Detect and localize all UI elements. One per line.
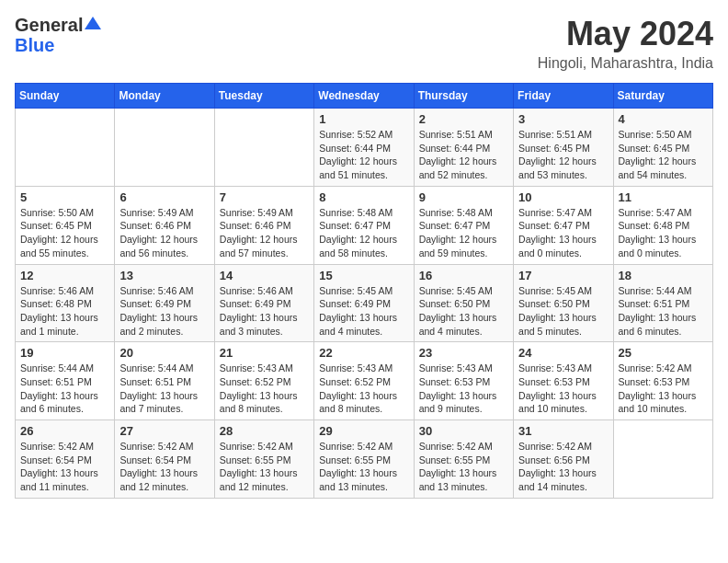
day-number: 7: [220, 190, 309, 204]
cell-content: Sunrise: 5:51 AMSunset: 6:45 PMDaylight:…: [518, 128, 608, 182]
cell-content: Sunrise: 5:43 AMSunset: 6:52 PMDaylight:…: [319, 362, 408, 416]
location-text: Hingoli, Maharashtra, India: [538, 55, 713, 72]
calendar-table: SundayMondayTuesdayWednesdayThursdayFrid…: [15, 83, 713, 499]
calendar-cell: 6Sunrise: 5:49 AMSunset: 6:46 PMDaylight…: [115, 186, 214, 264]
day-number: 30: [419, 424, 508, 438]
cell-content: Sunrise: 5:49 AMSunset: 6:46 PMDaylight:…: [119, 206, 209, 260]
day-number: 13: [119, 269, 209, 282]
cell-content: Sunrise: 5:42 AMSunset: 6:56 PMDaylight:…: [518, 440, 608, 494]
day-number: 20: [119, 346, 209, 360]
calendar-week-1: 1Sunrise: 5:52 AMSunset: 6:44 PMDaylight…: [16, 109, 713, 187]
day-number: 26: [20, 424, 109, 438]
calendar-cell: 16Sunrise: 5:45 AMSunset: 6:50 PMDayligh…: [414, 264, 513, 342]
calendar-cell: 25Sunrise: 5:42 AMSunset: 6:53 PMDayligh…: [613, 342, 712, 420]
calendar-cell: [214, 109, 313, 187]
calendar-cell: 23Sunrise: 5:43 AMSunset: 6:53 PMDayligh…: [414, 342, 513, 420]
cell-content: Sunrise: 5:42 AMSunset: 6:53 PMDaylight:…: [619, 362, 708, 416]
calendar-week-4: 19Sunrise: 5:44 AMSunset: 6:51 PMDayligh…: [16, 342, 713, 420]
cell-content: Sunrise: 5:42 AMSunset: 6:54 PMDaylight:…: [119, 440, 209, 494]
cell-content: Sunrise: 5:44 AMSunset: 6:51 PMDaylight:…: [619, 284, 708, 339]
day-number: 19: [20, 346, 109, 360]
cell-content: Sunrise: 5:44 AMSunset: 6:51 PMDaylight:…: [20, 362, 109, 416]
cell-content: Sunrise: 5:50 AMSunset: 6:45 PMDaylight:…: [20, 206, 109, 260]
calendar-cell: 2Sunrise: 5:51 AMSunset: 6:44 PMDaylight…: [414, 109, 513, 187]
calendar-cell: 1Sunrise: 5:52 AMSunset: 6:44 PMDaylight…: [314, 109, 414, 187]
day-number: 24: [518, 346, 608, 360]
calendar-cell: 24Sunrise: 5:43 AMSunset: 6:53 PMDayligh…: [514, 342, 613, 420]
day-number: 17: [518, 269, 608, 282]
cell-content: Sunrise: 5:43 AMSunset: 6:52 PMDaylight:…: [220, 362, 309, 416]
day-number: 10: [518, 190, 608, 204]
cell-content: Sunrise: 5:43 AMSunset: 6:53 PMDaylight:…: [419, 362, 508, 416]
day-number: 21: [220, 346, 309, 360]
day-number: 31: [518, 424, 608, 438]
day-number: 3: [518, 112, 608, 126]
cell-content: Sunrise: 5:52 AMSunset: 6:44 PMDaylight:…: [319, 128, 408, 182]
day-number: 16: [419, 269, 508, 282]
cell-content: Sunrise: 5:42 AMSunset: 6:54 PMDaylight:…: [20, 440, 109, 494]
day-number: 9: [419, 190, 508, 204]
cell-content: Sunrise: 5:47 AMSunset: 6:47 PMDaylight:…: [518, 206, 608, 260]
cell-content: Sunrise: 5:46 AMSunset: 6:48 PMDaylight:…: [20, 284, 109, 339]
calendar-cell: 29Sunrise: 5:42 AMSunset: 6:55 PMDayligh…: [314, 420, 414, 499]
month-title: May 2024: [538, 15, 713, 53]
calendar-cell: 27Sunrise: 5:42 AMSunset: 6:54 PMDayligh…: [115, 420, 214, 499]
day-number: 15: [319, 269, 408, 282]
weekday-header-monday: Monday: [115, 84, 214, 109]
weekday-header-friday: Friday: [514, 84, 613, 109]
calendar-cell: 21Sunrise: 5:43 AMSunset: 6:52 PMDayligh…: [214, 342, 313, 420]
logo: General Blue: [15, 15, 101, 55]
day-number: 6: [119, 190, 209, 204]
day-number: 5: [20, 190, 109, 204]
calendar-week-5: 26Sunrise: 5:42 AMSunset: 6:54 PMDayligh…: [16, 420, 713, 499]
day-number: 22: [319, 346, 408, 360]
day-number: 27: [119, 424, 209, 438]
cell-content: Sunrise: 5:51 AMSunset: 6:44 PMDaylight:…: [419, 128, 508, 182]
logo-icon: [85, 15, 101, 31]
day-number: 28: [220, 424, 309, 438]
cell-content: Sunrise: 5:46 AMSunset: 6:49 PMDaylight:…: [220, 284, 309, 339]
calendar-cell: 8Sunrise: 5:48 AMSunset: 6:47 PMDaylight…: [314, 186, 414, 264]
calendar-cell: 9Sunrise: 5:48 AMSunset: 6:47 PMDaylight…: [414, 186, 513, 264]
cell-content: Sunrise: 5:46 AMSunset: 6:49 PMDaylight:…: [119, 284, 209, 339]
svg-marker-0: [85, 17, 101, 29]
cell-content: Sunrise: 5:43 AMSunset: 6:53 PMDaylight:…: [518, 362, 608, 416]
cell-content: Sunrise: 5:42 AMSunset: 6:55 PMDaylight:…: [319, 440, 408, 494]
cell-content: Sunrise: 5:48 AMSunset: 6:47 PMDaylight:…: [419, 206, 508, 260]
cell-content: Sunrise: 5:47 AMSunset: 6:48 PMDaylight:…: [619, 206, 708, 260]
day-number: 11: [619, 190, 708, 204]
calendar-cell: 26Sunrise: 5:42 AMSunset: 6:54 PMDayligh…: [16, 420, 115, 499]
calendar-cell: 30Sunrise: 5:42 AMSunset: 6:55 PMDayligh…: [414, 420, 513, 499]
calendar-week-3: 12Sunrise: 5:46 AMSunset: 6:48 PMDayligh…: [16, 264, 713, 342]
day-number: 1: [319, 112, 408, 126]
calendar-cell: 4Sunrise: 5:50 AMSunset: 6:45 PMDaylight…: [613, 109, 712, 187]
cell-content: Sunrise: 5:45 AMSunset: 6:50 PMDaylight:…: [419, 284, 508, 339]
title-area: May 2024 Hingoli, Maharashtra, India: [538, 15, 713, 72]
calendar-cell: 20Sunrise: 5:44 AMSunset: 6:51 PMDayligh…: [115, 342, 214, 420]
cell-content: Sunrise: 5:42 AMSunset: 6:55 PMDaylight:…: [220, 440, 309, 494]
calendar-cell: [16, 109, 115, 187]
cell-content: Sunrise: 5:45 AMSunset: 6:50 PMDaylight:…: [518, 284, 608, 339]
calendar-cell: 22Sunrise: 5:43 AMSunset: 6:52 PMDayligh…: [314, 342, 414, 420]
calendar-cell: 12Sunrise: 5:46 AMSunset: 6:48 PMDayligh…: [16, 264, 115, 342]
calendar-cell: 7Sunrise: 5:49 AMSunset: 6:46 PMDaylight…: [214, 186, 313, 264]
weekday-header-row: SundayMondayTuesdayWednesdayThursdayFrid…: [16, 84, 713, 109]
weekday-header-sunday: Sunday: [16, 84, 115, 109]
day-number: 25: [619, 346, 708, 360]
day-number: 29: [319, 424, 408, 438]
weekday-header-tuesday: Tuesday: [214, 84, 313, 109]
calendar-cell: 28Sunrise: 5:42 AMSunset: 6:55 PMDayligh…: [214, 420, 313, 499]
calendar-cell: 15Sunrise: 5:45 AMSunset: 6:49 PMDayligh…: [314, 264, 414, 342]
calendar-week-2: 5Sunrise: 5:50 AMSunset: 6:45 PMDaylight…: [16, 186, 713, 264]
weekday-header-saturday: Saturday: [613, 84, 712, 109]
calendar-cell: 10Sunrise: 5:47 AMSunset: 6:47 PMDayligh…: [514, 186, 613, 264]
calendar-cell: [613, 420, 712, 499]
day-number: 8: [319, 190, 408, 204]
weekday-header-thursday: Thursday: [414, 84, 513, 109]
cell-content: Sunrise: 5:42 AMSunset: 6:55 PMDaylight:…: [419, 440, 508, 494]
calendar-cell: [115, 109, 214, 187]
cell-content: Sunrise: 5:50 AMSunset: 6:45 PMDaylight:…: [619, 128, 708, 182]
weekday-header-wednesday: Wednesday: [314, 84, 414, 109]
logo-blue-text: Blue: [15, 35, 101, 55]
day-number: 4: [619, 112, 708, 126]
